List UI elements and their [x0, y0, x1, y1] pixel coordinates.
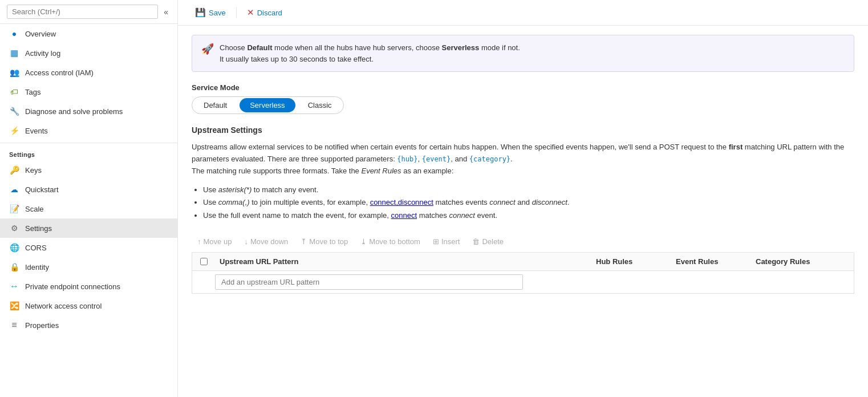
bullet-item-2: Use comma(,) to join multiple events, fo…	[203, 196, 854, 209]
main-content: 💾 Save ✕ Discard 🚀 Choose Default mode w…	[178, 0, 868, 397]
table-add-row	[192, 271, 854, 293]
mode-toggle: Default Serverless Classic	[192, 96, 344, 114]
tags-icon: 🏷	[9, 87, 19, 97]
move-down-label: Move down	[250, 237, 288, 246]
move-down-icon: ↓	[244, 237, 248, 246]
settings-icon: ⚙	[9, 223, 19, 233]
sidebar-item-access-control[interactable]: 👥 Access control (IAM)	[0, 63, 177, 82]
sidebar-item-label: Access control (IAM)	[25, 68, 94, 77]
identity-icon: 🔒	[9, 262, 19, 272]
sidebar-item-events[interactable]: ⚡ Events	[0, 121, 177, 140]
sidebar-item-label: CORS	[25, 244, 47, 252]
sidebar-item-label: Overview	[25, 30, 56, 38]
select-all-checkbox[interactable]	[200, 258, 208, 265]
move-up-icon: ↑	[197, 237, 201, 246]
info-bold-serverless: Serverless	[442, 43, 480, 52]
sidebar-item-scale[interactable]: 📝 Scale	[0, 199, 177, 218]
sidebar-item-cors[interactable]: 🌐 CORS	[0, 238, 177, 257]
sidebar-item-label: Settings	[25, 224, 52, 233]
insert-button[interactable]: ⊞ Insert	[427, 234, 466, 249]
delete-icon: 🗑	[472, 237, 480, 246]
discard-label: Discard	[257, 9, 282, 17]
upstream-table: Upstream URL Pattern Hub Rules Event Rul…	[192, 253, 854, 294]
upstream-bullet-list: Use asterisk(*) to match any event. Use …	[203, 184, 854, 221]
table-header: Upstream URL Pattern Hub Rules Event Rul…	[192, 253, 854, 271]
bullet-item-1: Use asterisk(*) to match any event.	[203, 184, 854, 196]
scale-icon: 📝	[9, 204, 19, 214]
sidebar-item-label: Diagnose and solve problems	[25, 107, 123, 116]
service-mode-section: Service Mode Default Serverless Classic	[192, 83, 854, 114]
network-access-icon: 🔀	[9, 301, 19, 311]
move-to-top-icon: ⤒	[301, 237, 307, 246]
access-control-icon: 👥	[9, 67, 19, 78]
table-col-category: Category Rules	[751, 257, 854, 266]
collapse-button[interactable]: «	[161, 6, 171, 18]
delete-label: Delete	[482, 237, 504, 246]
link-connect-disconnect[interactable]: connect,disconnect	[370, 198, 433, 206]
sidebar-item-properties[interactable]: ≡ Properties	[0, 315, 177, 335]
move-up-label: Move up	[204, 237, 232, 246]
search-bar: «	[0, 0, 177, 24]
properties-icon: ≡	[9, 320, 19, 330]
move-down-button[interactable]: ↓ Move down	[238, 234, 294, 249]
sidebar-divider	[0, 143, 177, 143]
info-text-part3: mode if not.	[479, 43, 520, 52]
settings-section-header: Settings	[0, 145, 177, 160]
mode-classic-button[interactable]: Classic	[298, 98, 342, 112]
sidebar-item-diagnose[interactable]: 🔧 Diagnose and solve problems	[0, 102, 177, 121]
sidebar-item-tags[interactable]: 🏷 Tags	[0, 82, 177, 102]
move-up-button[interactable]: ↑ Move up	[192, 234, 237, 249]
link-connect[interactable]: connect	[391, 211, 417, 220]
info-text-part2: mode when all the hubs have hub servers,…	[272, 43, 441, 52]
move-to-top-label: Move to top	[309, 237, 348, 246]
sidebar-item-label: Quickstart	[25, 185, 59, 194]
diagnose-icon: 🔧	[9, 106, 19, 116]
service-mode-label: Service Mode	[192, 83, 854, 92]
main-toolbar: 💾 Save ✕ Discard	[178, 0, 868, 26]
upstream-toolbar: ↑ Move up ↓ Move down ⤒ Move to top ⤓ Mo…	[192, 231, 854, 253]
move-to-bottom-icon: ⤓	[360, 237, 367, 246]
delete-button[interactable]: 🗑 Delete	[467, 234, 509, 249]
sidebar-item-network-access[interactable]: 🔀 Network access control	[0, 296, 177, 315]
sidebar-item-label: Network access control	[25, 302, 102, 310]
upstream-section-title: Upstream Settings	[192, 125, 854, 135]
cors-icon: 🌐	[9, 242, 19, 253]
sidebar-item-label: Private endpoint connections	[25, 282, 120, 291]
keys-icon: 🔑	[9, 165, 19, 175]
save-button[interactable]: 💾 Save	[189, 5, 232, 21]
info-text-line2: It usually takes up to 30 seconds to tak…	[220, 55, 374, 63]
sidebar-item-quickstart[interactable]: ☁ Quickstart	[0, 180, 177, 199]
sidebar-item-settings[interactable]: ⚙ Settings	[0, 218, 177, 238]
add-url-input[interactable]	[215, 274, 523, 290]
move-to-bottom-button[interactable]: ⤓ Move to bottom	[355, 234, 426, 249]
quickstart-icon: ☁	[9, 184, 19, 195]
sidebar-item-overview[interactable]: ● Overview	[0, 24, 177, 43]
sidebar: « ● Overview ▦ Activity log 👥 Access con…	[0, 0, 178, 397]
upstream-description: Upstreams allow external services to be …	[192, 141, 854, 177]
private-endpoint-icon: ↔	[9, 281, 19, 291]
sidebar-item-activity-log[interactable]: ▦ Activity log	[0, 43, 177, 63]
save-icon: 💾	[195, 7, 206, 18]
info-bold-default: Default	[247, 43, 272, 52]
sidebar-item-label: Keys	[25, 166, 42, 175]
mode-serverless-button[interactable]: Serverless	[240, 98, 295, 112]
content-area: 🚀 Choose Default mode when all the hubs …	[178, 26, 868, 303]
info-banner: 🚀 Choose Default mode when all the hubs …	[192, 35, 854, 72]
sidebar-item-label: Events	[25, 127, 48, 135]
discard-button[interactable]: ✕ Discard	[241, 5, 288, 21]
sidebar-item-label: Identity	[25, 263, 49, 272]
move-to-top-button[interactable]: ⤒ Move to top	[295, 234, 354, 249]
sidebar-item-keys[interactable]: 🔑 Keys	[0, 160, 177, 180]
sidebar-item-label: Activity log	[25, 49, 60, 58]
sidebar-item-label: Properties	[25, 321, 59, 330]
sidebar-item-label: Scale	[25, 205, 44, 213]
search-input[interactable]	[7, 5, 158, 19]
sidebar-item-identity[interactable]: 🔒 Identity	[0, 257, 177, 277]
activity-log-icon: ▦	[9, 48, 19, 58]
sidebar-item-private-endpoint[interactable]: ↔ Private endpoint connections	[0, 277, 177, 296]
table-col-event: Event Rules	[671, 257, 751, 266]
discard-icon: ✕	[247, 7, 254, 18]
insert-icon: ⊞	[433, 237, 439, 246]
mode-default-button[interactable]: Default	[193, 98, 237, 112]
upstream-settings-section: Upstream Settings Upstreams allow extern…	[192, 125, 854, 294]
